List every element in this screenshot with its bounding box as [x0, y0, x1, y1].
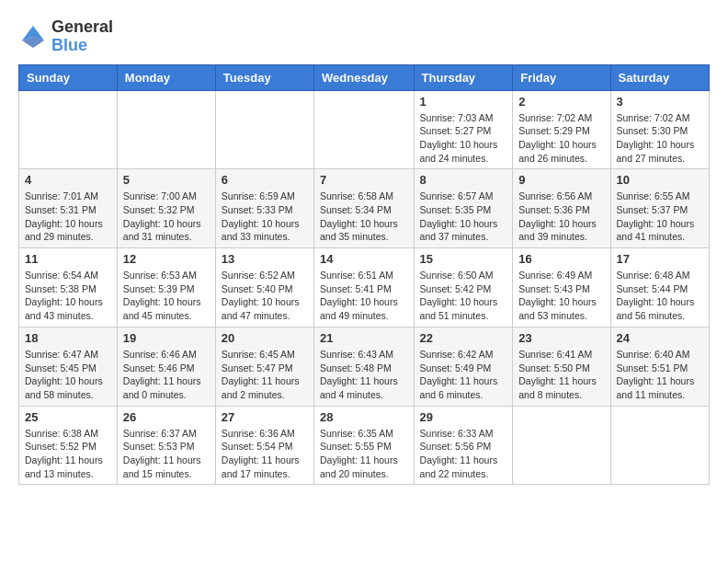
- calendar-cell: 14Sunrise: 6:51 AMSunset: 5:41 PMDayligh…: [314, 248, 415, 327]
- calendar-week-2: 4Sunrise: 7:01 AMSunset: 5:31 PMDaylight…: [19, 169, 710, 248]
- day-number: 16: [518, 252, 604, 266]
- weekday-header-sunday: Sunday: [19, 64, 118, 90]
- calendar-cell: 9Sunrise: 6:56 AMSunset: 5:36 PMDaylight…: [513, 169, 610, 248]
- day-number: 2: [518, 95, 604, 109]
- day-number: 7: [320, 173, 408, 187]
- day-number: 12: [123, 252, 210, 266]
- day-info: Sunrise: 7:02 AMSunset: 5:29 PMDaylight:…: [518, 111, 604, 166]
- calendar-cell: [513, 406, 610, 485]
- weekday-header-thursday: Thursday: [414, 64, 513, 90]
- day-info: Sunrise: 7:01 AMSunset: 5:31 PMDaylight:…: [25, 190, 111, 244]
- day-number: 19: [123, 331, 210, 345]
- day-info: Sunrise: 6:35 AMSunset: 5:55 PMDaylight:…: [320, 427, 408, 481]
- calendar-cell: 10Sunrise: 6:55 AMSunset: 5:37 PMDayligh…: [610, 169, 709, 248]
- day-number: 26: [123, 410, 210, 424]
- logo-text: General Blue: [51, 18, 113, 55]
- calendar-cell: 6Sunrise: 6:59 AMSunset: 5:33 PMDaylight…: [215, 169, 313, 248]
- day-number: 11: [25, 252, 111, 266]
- day-info: Sunrise: 6:46 AMSunset: 5:46 PMDaylight:…: [123, 348, 210, 402]
- weekday-header-monday: Monday: [117, 64, 215, 90]
- day-info: Sunrise: 7:03 AMSunset: 5:27 PMDaylight:…: [420, 111, 507, 166]
- weekday-header-wednesday: Wednesday: [314, 64, 415, 90]
- calendar-cell: 7Sunrise: 6:58 AMSunset: 5:34 PMDaylight…: [314, 169, 415, 248]
- calendar-cell: 18Sunrise: 6:47 AMSunset: 5:45 PMDayligh…: [19, 327, 118, 406]
- day-info: Sunrise: 6:48 AMSunset: 5:44 PMDaylight:…: [617, 269, 703, 323]
- day-info: Sunrise: 6:36 AMSunset: 5:54 PMDaylight:…: [222, 427, 308, 481]
- calendar-cell: 24Sunrise: 6:40 AMSunset: 5:51 PMDayligh…: [610, 327, 709, 406]
- day-number: 4: [25, 173, 111, 187]
- calendar-cell: 11Sunrise: 6:54 AMSunset: 5:38 PMDayligh…: [19, 248, 118, 327]
- calendar-cell: 4Sunrise: 7:01 AMSunset: 5:31 PMDaylight…: [19, 169, 118, 248]
- calendar-cell: 5Sunrise: 7:00 AMSunset: 5:32 PMDaylight…: [117, 169, 215, 248]
- weekday-header-tuesday: Tuesday: [215, 64, 313, 90]
- weekday-header-row: SundayMondayTuesdayWednesdayThursdayFrid…: [19, 64, 710, 90]
- day-info: Sunrise: 6:49 AMSunset: 5:43 PMDaylight:…: [518, 269, 604, 323]
- calendar-cell: [314, 90, 415, 169]
- calendar-cell: 3Sunrise: 7:02 AMSunset: 5:30 PMDaylight…: [610, 90, 709, 169]
- day-info: Sunrise: 6:58 AMSunset: 5:34 PMDaylight:…: [320, 190, 408, 244]
- day-number: 28: [320, 410, 408, 424]
- day-number: 21: [320, 331, 408, 345]
- calendar-cell: 21Sunrise: 6:43 AMSunset: 5:48 PMDayligh…: [314, 327, 415, 406]
- calendar-cell: 26Sunrise: 6:37 AMSunset: 5:53 PMDayligh…: [117, 406, 215, 485]
- day-info: Sunrise: 6:51 AMSunset: 5:41 PMDaylight:…: [320, 269, 408, 323]
- day-info: Sunrise: 6:41 AMSunset: 5:50 PMDaylight:…: [518, 348, 604, 402]
- day-number: 17: [617, 252, 703, 266]
- calendar-cell: 22Sunrise: 6:42 AMSunset: 5:49 PMDayligh…: [414, 327, 513, 406]
- day-info: Sunrise: 6:40 AMSunset: 5:51 PMDaylight:…: [617, 348, 703, 402]
- day-number: 27: [222, 410, 308, 424]
- day-info: Sunrise: 7:00 AMSunset: 5:32 PMDaylight:…: [123, 190, 210, 244]
- day-number: 24: [617, 331, 703, 345]
- logo: General Blue: [18, 18, 113, 55]
- day-info: Sunrise: 6:45 AMSunset: 5:47 PMDaylight:…: [222, 348, 308, 402]
- calendar-cell: 28Sunrise: 6:35 AMSunset: 5:55 PMDayligh…: [314, 406, 415, 485]
- day-number: 15: [420, 252, 507, 266]
- weekday-header-saturday: Saturday: [610, 64, 709, 90]
- day-number: 5: [123, 173, 210, 187]
- day-number: 29: [420, 410, 507, 424]
- logo-icon: [18, 22, 48, 52]
- calendar-cell: [117, 90, 215, 169]
- day-info: Sunrise: 6:54 AMSunset: 5:38 PMDaylight:…: [25, 269, 111, 323]
- day-info: Sunrise: 6:57 AMSunset: 5:35 PMDaylight:…: [420, 190, 507, 244]
- calendar-cell: [215, 90, 313, 169]
- day-info: Sunrise: 6:50 AMSunset: 5:42 PMDaylight:…: [420, 269, 507, 323]
- calendar-cell: [610, 406, 709, 485]
- calendar-cell: 23Sunrise: 6:41 AMSunset: 5:50 PMDayligh…: [513, 327, 610, 406]
- calendar-cell: 27Sunrise: 6:36 AMSunset: 5:54 PMDayligh…: [215, 406, 313, 485]
- day-number: 10: [617, 173, 703, 187]
- day-number: 25: [25, 410, 111, 424]
- day-number: 23: [518, 331, 604, 345]
- calendar-cell: 13Sunrise: 6:52 AMSunset: 5:40 PMDayligh…: [215, 248, 313, 327]
- day-number: 3: [617, 95, 703, 109]
- calendar-cell: 1Sunrise: 7:03 AMSunset: 5:27 PMDaylight…: [414, 90, 513, 169]
- page-header: General Blue: [18, 18, 710, 55]
- day-info: Sunrise: 6:42 AMSunset: 5:49 PMDaylight:…: [420, 348, 507, 402]
- day-number: 14: [320, 252, 408, 266]
- calendar-cell: [19, 90, 118, 169]
- calendar-cell: 25Sunrise: 6:38 AMSunset: 5:52 PMDayligh…: [19, 406, 118, 485]
- day-info: Sunrise: 6:47 AMSunset: 5:45 PMDaylight:…: [25, 348, 111, 402]
- calendar-week-3: 11Sunrise: 6:54 AMSunset: 5:38 PMDayligh…: [19, 248, 710, 327]
- calendar-table: SundayMondayTuesdayWednesdayThursdayFrid…: [18, 64, 710, 486]
- calendar-week-4: 18Sunrise: 6:47 AMSunset: 5:45 PMDayligh…: [19, 327, 710, 406]
- day-info: Sunrise: 6:53 AMSunset: 5:39 PMDaylight:…: [123, 269, 210, 323]
- calendar-cell: 15Sunrise: 6:50 AMSunset: 5:42 PMDayligh…: [414, 248, 513, 327]
- day-info: Sunrise: 7:02 AMSunset: 5:30 PMDaylight:…: [617, 111, 703, 166]
- day-number: 18: [25, 331, 111, 345]
- day-number: 13: [222, 252, 308, 266]
- calendar-cell: 16Sunrise: 6:49 AMSunset: 5:43 PMDayligh…: [513, 248, 610, 327]
- weekday-header-friday: Friday: [513, 64, 610, 90]
- calendar-cell: 17Sunrise: 6:48 AMSunset: 5:44 PMDayligh…: [610, 248, 709, 327]
- day-number: 1: [420, 95, 507, 109]
- day-number: 20: [222, 331, 308, 345]
- calendar-cell: 20Sunrise: 6:45 AMSunset: 5:47 PMDayligh…: [215, 327, 313, 406]
- calendar-cell: 8Sunrise: 6:57 AMSunset: 5:35 PMDaylight…: [414, 169, 513, 248]
- day-info: Sunrise: 6:38 AMSunset: 5:52 PMDaylight:…: [25, 427, 111, 481]
- calendar-week-1: 1Sunrise: 7:03 AMSunset: 5:27 PMDaylight…: [19, 90, 710, 169]
- day-info: Sunrise: 6:43 AMSunset: 5:48 PMDaylight:…: [320, 348, 408, 402]
- calendar-body: 1Sunrise: 7:03 AMSunset: 5:27 PMDaylight…: [19, 90, 710, 485]
- calendar-cell: 12Sunrise: 6:53 AMSunset: 5:39 PMDayligh…: [117, 248, 215, 327]
- day-info: Sunrise: 6:33 AMSunset: 5:56 PMDaylight:…: [420, 427, 507, 481]
- day-number: 22: [420, 331, 507, 345]
